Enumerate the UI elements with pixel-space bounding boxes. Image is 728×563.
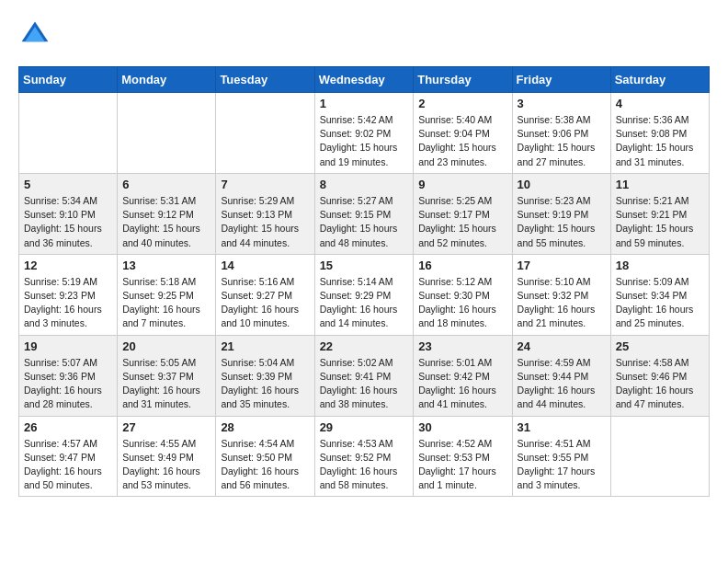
- day-cell: 2Sunrise: 5:40 AM Sunset: 9:04 PM Daylig…: [414, 93, 512, 174]
- day-cell: [19, 93, 118, 174]
- day-info: Sunrise: 5:19 AM Sunset: 9:23 PM Dayligh…: [24, 275, 112, 331]
- day-info: Sunrise: 4:54 AM Sunset: 9:50 PM Dayligh…: [221, 437, 309, 493]
- day-cell: 25Sunrise: 4:58 AM Sunset: 9:46 PM Dayli…: [610, 335, 709, 416]
- day-info: Sunrise: 4:52 AM Sunset: 9:53 PM Dayligh…: [418, 437, 506, 493]
- day-info: Sunrise: 5:01 AM Sunset: 9:42 PM Dayligh…: [418, 356, 506, 412]
- weekday-header-thursday: Thursday: [414, 67, 512, 93]
- day-cell: [610, 416, 709, 497]
- weekday-header-sunday: Sunday: [19, 67, 118, 93]
- day-number: 3: [518, 97, 606, 110]
- day-cell: 31Sunrise: 4:51 AM Sunset: 9:55 PM Dayli…: [512, 416, 610, 497]
- day-info: Sunrise: 5:42 AM Sunset: 9:02 PM Dayligh…: [320, 113, 409, 169]
- day-info: Sunrise: 5:40 AM Sunset: 9:04 PM Dayligh…: [418, 113, 506, 169]
- day-cell: 21Sunrise: 5:04 AM Sunset: 9:39 PM Dayli…: [216, 335, 314, 416]
- day-cell: 26Sunrise: 4:57 AM Sunset: 9:47 PM Dayli…: [19, 416, 118, 497]
- day-cell: 24Sunrise: 4:59 AM Sunset: 9:44 PM Dayli…: [512, 335, 610, 416]
- day-cell: 23Sunrise: 5:01 AM Sunset: 9:42 PM Dayli…: [414, 335, 512, 416]
- day-number: 11: [616, 178, 704, 191]
- day-info: Sunrise: 4:55 AM Sunset: 9:49 PM Dayligh…: [122, 437, 210, 493]
- day-info: Sunrise: 4:57 AM Sunset: 9:47 PM Dayligh…: [24, 437, 112, 493]
- day-cell: 16Sunrise: 5:12 AM Sunset: 9:30 PM Dayli…: [414, 254, 512, 335]
- logo: [18, 18, 57, 52]
- day-info: Sunrise: 5:12 AM Sunset: 9:30 PM Dayligh…: [418, 275, 506, 331]
- day-cell: 10Sunrise: 5:23 AM Sunset: 9:19 PM Dayli…: [512, 173, 610, 254]
- day-number: 31: [518, 420, 606, 434]
- day-cell: 18Sunrise: 5:09 AM Sunset: 9:34 PM Dayli…: [610, 254, 709, 335]
- day-number: 20: [122, 339, 210, 353]
- day-info: Sunrise: 5:18 AM Sunset: 9:25 PM Dayligh…: [122, 275, 210, 331]
- day-cell: 9Sunrise: 5:25 AM Sunset: 9:17 PM Daylig…: [414, 173, 512, 254]
- day-cell: 22Sunrise: 5:02 AM Sunset: 9:41 PM Dayli…: [314, 335, 414, 416]
- page-header: [18, 18, 710, 52]
- week-row-3: 12Sunrise: 5:19 AM Sunset: 9:23 PM Dayli…: [19, 254, 710, 335]
- day-info: Sunrise: 4:59 AM Sunset: 9:44 PM Dayligh…: [518, 356, 606, 412]
- day-cell: 12Sunrise: 5:19 AM Sunset: 9:23 PM Dayli…: [19, 254, 118, 335]
- day-info: Sunrise: 5:16 AM Sunset: 9:27 PM Dayligh…: [221, 275, 309, 331]
- day-info: Sunrise: 5:04 AM Sunset: 9:39 PM Dayligh…: [221, 356, 309, 412]
- day-number: 21: [221, 339, 309, 353]
- day-number: 24: [518, 339, 606, 353]
- weekday-header-row: SundayMondayTuesdayWednesdayThursdayFrid…: [19, 67, 710, 93]
- day-info: Sunrise: 5:14 AM Sunset: 9:29 PM Dayligh…: [320, 275, 409, 331]
- day-info: Sunrise: 4:51 AM Sunset: 9:55 PM Dayligh…: [518, 437, 606, 493]
- weekday-header-monday: Monday: [118, 67, 216, 93]
- day-number: 23: [418, 339, 506, 353]
- day-info: Sunrise: 5:36 AM Sunset: 9:08 PM Dayligh…: [616, 113, 704, 169]
- logo-icon: [18, 18, 51, 52]
- day-cell: [216, 93, 314, 174]
- day-info: Sunrise: 5:29 AM Sunset: 9:13 PM Dayligh…: [221, 194, 309, 250]
- calendar: SundayMondayTuesdayWednesdayThursdayFrid…: [18, 66, 710, 497]
- day-number: 29: [320, 420, 409, 434]
- day-number: 18: [616, 259, 704, 272]
- day-info: Sunrise: 5:31 AM Sunset: 9:12 PM Dayligh…: [122, 194, 210, 250]
- day-info: Sunrise: 5:21 AM Sunset: 9:21 PM Dayligh…: [616, 194, 704, 250]
- day-number: 6: [122, 178, 210, 191]
- week-row-5: 26Sunrise: 4:57 AM Sunset: 9:47 PM Dayli…: [19, 416, 710, 497]
- day-info: Sunrise: 5:09 AM Sunset: 9:34 PM Dayligh…: [616, 275, 704, 331]
- day-cell: 14Sunrise: 5:16 AM Sunset: 9:27 PM Dayli…: [216, 254, 314, 335]
- day-info: Sunrise: 5:25 AM Sunset: 9:17 PM Dayligh…: [418, 194, 506, 250]
- day-cell: 3Sunrise: 5:38 AM Sunset: 9:06 PM Daylig…: [512, 93, 610, 174]
- day-cell: 8Sunrise: 5:27 AM Sunset: 9:15 PM Daylig…: [314, 173, 414, 254]
- day-number: 12: [24, 259, 112, 272]
- day-cell: 13Sunrise: 5:18 AM Sunset: 9:25 PM Dayli…: [118, 254, 216, 335]
- day-cell: 19Sunrise: 5:07 AM Sunset: 9:36 PM Dayli…: [19, 335, 118, 416]
- day-number: 25: [616, 339, 704, 353]
- day-number: 22: [320, 339, 409, 353]
- day-cell: 7Sunrise: 5:29 AM Sunset: 9:13 PM Daylig…: [216, 173, 314, 254]
- day-number: 17: [518, 259, 606, 272]
- calendar-body: 1Sunrise: 5:42 AM Sunset: 9:02 PM Daylig…: [19, 93, 710, 497]
- day-number: 15: [320, 259, 409, 272]
- day-cell: 6Sunrise: 5:31 AM Sunset: 9:12 PM Daylig…: [118, 173, 216, 254]
- day-info: Sunrise: 5:23 AM Sunset: 9:19 PM Dayligh…: [518, 194, 606, 250]
- day-cell: 20Sunrise: 5:05 AM Sunset: 9:37 PM Dayli…: [118, 335, 216, 416]
- day-cell: 4Sunrise: 5:36 AM Sunset: 9:08 PM Daylig…: [610, 93, 709, 174]
- day-cell: 27Sunrise: 4:55 AM Sunset: 9:49 PM Dayli…: [118, 416, 216, 497]
- day-cell: 5Sunrise: 5:34 AM Sunset: 9:10 PM Daylig…: [19, 173, 118, 254]
- day-number: 8: [320, 178, 409, 191]
- day-number: 13: [122, 259, 210, 272]
- week-row-1: 1Sunrise: 5:42 AM Sunset: 9:02 PM Daylig…: [19, 93, 710, 174]
- day-number: 28: [221, 420, 309, 434]
- weekday-header-wednesday: Wednesday: [314, 67, 414, 93]
- day-number: 5: [24, 178, 112, 191]
- day-info: Sunrise: 5:02 AM Sunset: 9:41 PM Dayligh…: [320, 356, 409, 412]
- day-cell: 17Sunrise: 5:10 AM Sunset: 9:32 PM Dayli…: [512, 254, 610, 335]
- day-info: Sunrise: 5:27 AM Sunset: 9:15 PM Dayligh…: [320, 194, 409, 250]
- day-cell: 29Sunrise: 4:53 AM Sunset: 9:52 PM Dayli…: [314, 416, 414, 497]
- day-info: Sunrise: 5:38 AM Sunset: 9:06 PM Dayligh…: [518, 113, 606, 169]
- day-number: 1: [320, 97, 409, 110]
- day-info: Sunrise: 4:53 AM Sunset: 9:52 PM Dayligh…: [320, 437, 409, 493]
- day-cell: [118, 93, 216, 174]
- day-number: 16: [418, 259, 506, 272]
- day-cell: 11Sunrise: 5:21 AM Sunset: 9:21 PM Dayli…: [610, 173, 709, 254]
- day-info: Sunrise: 5:07 AM Sunset: 9:36 PM Dayligh…: [24, 356, 112, 412]
- day-number: 4: [616, 97, 704, 110]
- day-info: Sunrise: 4:58 AM Sunset: 9:46 PM Dayligh…: [616, 356, 704, 412]
- day-info: Sunrise: 5:10 AM Sunset: 9:32 PM Dayligh…: [518, 275, 606, 331]
- day-number: 27: [122, 420, 210, 434]
- day-number: 7: [221, 178, 309, 191]
- weekday-header-tuesday: Tuesday: [216, 67, 314, 93]
- week-row-4: 19Sunrise: 5:07 AM Sunset: 9:36 PM Dayli…: [19, 335, 710, 416]
- day-cell: 28Sunrise: 4:54 AM Sunset: 9:50 PM Dayli…: [216, 416, 314, 497]
